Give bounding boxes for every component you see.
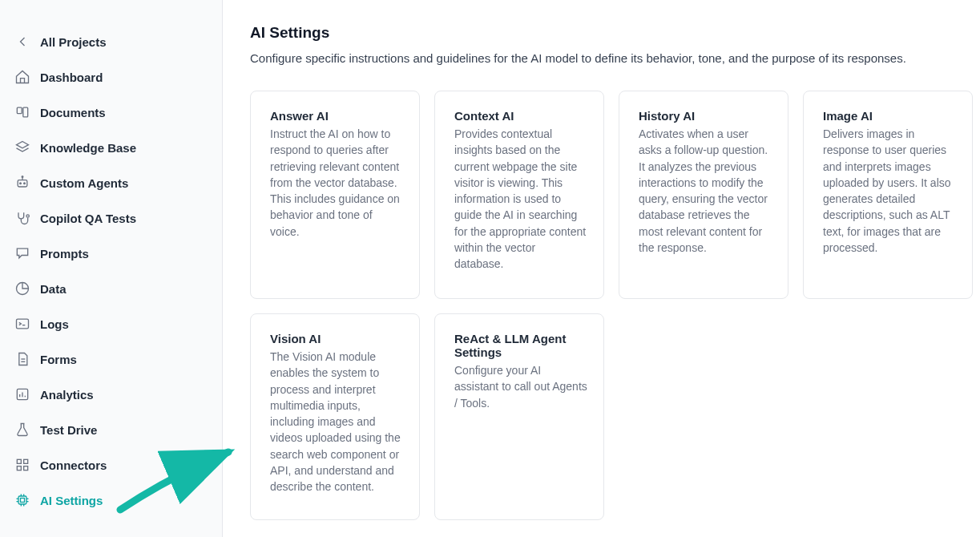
grid-icon xyxy=(13,455,32,474)
page-title: AI Settings xyxy=(250,24,953,42)
sidebar: All Projects Dashboard Documents Knowled… xyxy=(0,0,223,537)
svg-rect-10 xyxy=(17,319,29,329)
chevron-left-icon xyxy=(13,32,32,51)
terminal-icon xyxy=(13,314,32,333)
sidebar-item-forms[interactable]: Forms xyxy=(0,341,222,377)
sidebar-item-copilot-qa-tests[interactable]: Copilot QA Tests xyxy=(0,200,222,236)
flask-icon xyxy=(13,420,32,439)
svg-point-8 xyxy=(26,215,29,217)
card-context-ai[interactable]: Context AI Provides contextual insights … xyxy=(434,91,604,299)
sidebar-item-prompts[interactable]: Prompts xyxy=(0,236,222,271)
robot-icon xyxy=(13,173,32,192)
cards-grid: Answer AI Instruct the AI on how to resp… xyxy=(250,91,953,520)
card-title: ReAct & LLM Agent Settings xyxy=(454,332,587,359)
card-title: Image AI xyxy=(823,109,956,123)
sidebar-item-ai-settings[interactable]: AI Settings xyxy=(0,482,222,518)
sidebar-item-documents[interactable]: Documents xyxy=(0,95,222,130)
layers-icon xyxy=(13,138,32,157)
svg-marker-2 xyxy=(17,142,29,148)
svg-rect-23 xyxy=(21,499,25,503)
card-vision-ai[interactable]: Vision AI The Vision AI module enables t… xyxy=(250,313,420,520)
sidebar-item-test-drive[interactable]: Test Drive xyxy=(0,412,222,447)
card-desc: The Vision AI module enables the system … xyxy=(270,349,403,495)
card-desc: Instruct the AI on how to respond to que… xyxy=(270,126,403,240)
card-react-llm-agent[interactable]: ReAct & LLM Agent Settings Configure you… xyxy=(434,313,604,520)
sidebar-item-label: Connectors xyxy=(40,458,107,472)
svg-rect-21 xyxy=(24,466,28,470)
sidebar-item-label: Logs xyxy=(40,317,69,331)
sidebar-item-label: Knowledge Base xyxy=(40,141,136,155)
svg-rect-1 xyxy=(23,107,28,117)
sidebar-item-label: Copilot QA Tests xyxy=(40,212,136,225)
card-desc: Provides contextual insights based on th… xyxy=(454,126,587,273)
file-icon xyxy=(13,349,32,369)
sidebar-item-knowledge-base[interactable]: Knowledge Base xyxy=(0,130,222,165)
documents-icon xyxy=(13,103,32,122)
card-answer-ai[interactable]: Answer AI Instruct the AI on how to resp… xyxy=(250,91,420,299)
sidebar-item-label: Data xyxy=(40,282,67,296)
svg-rect-3 xyxy=(18,180,27,187)
sidebar-item-dashboard[interactable]: Dashboard xyxy=(0,59,222,95)
sidebar-item-label: Prompts xyxy=(40,247,89,260)
sidebar-item-label: Forms xyxy=(40,353,77,366)
main-content: AI Settings Configure specific instructi… xyxy=(223,0,980,537)
pie-chart-icon xyxy=(13,279,32,298)
svg-point-4 xyxy=(20,183,22,184)
sidebar-item-logs[interactable]: Logs xyxy=(0,306,222,341)
stethoscope-icon xyxy=(13,208,32,228)
card-desc: Configure your AI assistant to call out … xyxy=(454,362,587,411)
svg-rect-0 xyxy=(17,107,22,114)
card-image-ai[interactable]: Image AI Delivers images in response to … xyxy=(803,91,973,299)
svg-rect-22 xyxy=(18,496,26,504)
sidebar-item-connectors[interactable]: Connectors xyxy=(0,447,222,482)
sidebar-item-label: Test Drive xyxy=(40,423,97,437)
sidebar-item-label: Analytics xyxy=(40,388,94,402)
svg-rect-19 xyxy=(24,459,28,463)
analytics-icon xyxy=(13,385,32,404)
sidebar-item-label: AI Settings xyxy=(40,494,103,507)
sidebar-item-label: Dashboard xyxy=(40,71,103,84)
svg-rect-18 xyxy=(17,459,21,463)
home-icon xyxy=(13,67,32,87)
sidebar-item-label: All Projects xyxy=(40,35,107,49)
card-desc: Activates when a user asks a follow-up q… xyxy=(639,126,772,256)
sidebar-item-data[interactable]: Data xyxy=(0,271,222,306)
card-title: History AI xyxy=(639,109,772,123)
page-description: Configure specific instructions and guid… xyxy=(250,51,953,65)
chip-icon xyxy=(13,491,32,510)
svg-point-5 xyxy=(24,183,26,184)
svg-rect-20 xyxy=(17,466,21,470)
card-title: Vision AI xyxy=(270,332,403,345)
sidebar-item-custom-agents[interactable]: Custom Agents xyxy=(0,165,222,200)
sidebar-item-label: Documents xyxy=(40,106,106,119)
card-desc: Delivers images in response to user quer… xyxy=(823,126,956,256)
chat-icon xyxy=(13,244,32,263)
card-title: Answer AI xyxy=(270,109,403,123)
card-history-ai[interactable]: History AI Activates when a user asks a … xyxy=(619,91,788,299)
card-title: Context AI xyxy=(454,109,587,123)
svg-point-7 xyxy=(22,176,23,178)
sidebar-item-label: Custom Agents xyxy=(40,176,128,190)
sidebar-item-analytics[interactable]: Analytics xyxy=(0,377,222,412)
sidebar-item-all-projects[interactable]: All Projects xyxy=(0,24,222,59)
